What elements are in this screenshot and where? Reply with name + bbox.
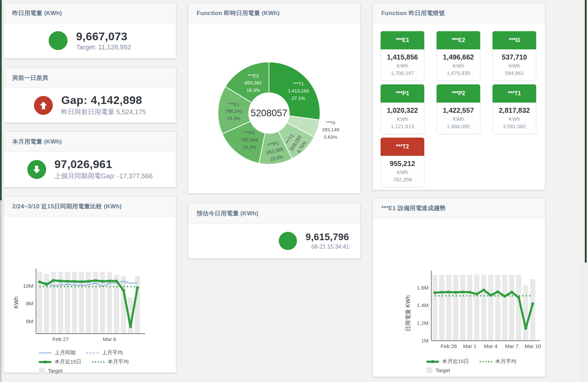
series-point [87,280,90,283]
stat-row: 9,615,796 06-21 15:34:41 [188,223,360,258]
panel-title: ***E1 設備用電達成趨勢 [381,204,446,212]
panel-header: 本月用電量 (KWh) [4,132,176,152]
target-bar [495,275,501,341]
panel-header: 2/24~3/10 近15日同期用電量比較 (KWh) [4,196,176,216]
legend-item[interactable]: 上月平均 [86,349,123,356]
trend-chart-area: 日用電量 KWh 1M1.2M1.4M1.6MFeb 26Mar 1Mar 4M… [405,268,545,373]
target-bar [502,275,508,341]
donut-slice-label: ***P2791,44415.2% [241,130,258,151]
series-point [80,280,83,283]
stat-value: 97,026,961 [55,158,153,171]
light-tile-value: 2,817,832 [494,106,534,114]
series-point [440,291,443,294]
series-point [108,280,111,283]
panel-day-gap: 與前一日差異 Gap: 4,142,898 昨日與前日用電量 5,524,175 [3,68,176,123]
light-tile-unit: KWh [494,116,534,122]
light-tile-unit: KWh [382,169,423,175]
donut-slice-label: ***T11,413,18327.1% [288,81,309,102]
light-tile-name: ***E2 [452,37,465,43]
legend-item[interactable]: Target [426,367,450,373]
light-tile-name: ***I3 [509,37,520,43]
panel-title: 本月用電量 (KWh) [12,138,62,146]
light-tile: ***E2 1,496,662 KWh 1,675,939 [437,31,480,81]
gray-box-swatch-icon [39,368,45,374]
panel-header: Function 即時日用電量 (KWh) [188,3,360,23]
status-circle-icon [279,232,297,250]
legend-item[interactable]: 上月同期 [39,349,76,356]
series-point [454,291,457,294]
panel-compare-chart: 2/24~3/10 近15日同期用電量比較 (KWh) KWh 6M8M10MF… [3,196,176,373]
legend-label: 本月平均 [108,359,129,365]
y-tick-label: 10M [23,283,33,289]
light-tile: ***I3 537,710 KWh 584,861 [493,31,536,81]
light-tile-target: 1,121,613 [382,123,423,129]
light-tile-header: ***T1 [493,84,536,103]
legend-item[interactable]: 本月近15日 [426,358,469,365]
light-tile-header: ***T2 [381,138,424,156]
series-point [524,327,527,330]
panel-header: 昨日用電量 (KWh) [4,3,176,23]
light-tile-body: 537,710 KWh 584,861 [493,49,536,81]
series-point [482,289,485,291]
panel-title: Function 即時日用電量 (KWh) [197,9,279,17]
series-point [447,291,450,293]
legend-item[interactable]: 本月平均 [92,359,129,365]
x-tick-label: Mar 1 [463,343,476,349]
light-tile-name: ***P1 [396,90,409,97]
donut-slice-label: ***E2850,36216.3% [245,72,262,94]
target-bar [488,275,494,341]
legend-label: 上月同期 [55,349,76,356]
gray-box-swatch-icon [426,367,432,373]
scrollbar-thumb[interactable] [585,0,587,263]
series-point [475,293,478,296]
light-tile: ***E1 1,415,856 KWh 1,700,157 [381,31,424,81]
light-tile-value: 1,422,557 [438,106,479,114]
dashboard-page: 昨日用電量 (KWh) 9,667,073 Target: 11,128,992… [0,0,588,382]
legend-item[interactable]: Target [39,368,63,374]
legend-item[interactable]: 本月平均 [480,358,516,365]
arrow-down-icon [27,160,46,179]
y-tick-label: 1.4M [417,302,428,308]
series-point [468,291,471,294]
blue-line-swatch-icon [39,353,51,353]
target-bar [509,275,515,341]
light-tile-value: 537,710 [494,53,534,61]
stat-value: 9,615,796 [305,232,349,243]
series-point [531,302,534,305]
donut-slice-label: ***I3293,1495.63% [322,119,339,141]
stat-timestamp: 06-21 15:34:41 [305,244,349,250]
panel-month-usage: 本月用電量 (KWh) 97,026,961 上個月同期用電Gap: -17,3… [3,131,176,187]
series-point [496,290,499,293]
light-tile-unit: KWh [494,63,534,69]
x-tick-label: Mar 7 [505,343,518,349]
light-tile-unit: KWh [438,116,479,122]
stat-row: 97,026,961 上個月同期用電Gap: -17,377,566 [4,152,176,187]
panel-header: ***E1 設備用電達成趨勢 [373,198,545,218]
light-tile-body: 2,817,832 KWh 3,591,562 [493,103,536,134]
series-point [489,294,492,297]
compare-chart-area: KWh 6M8M10MFeb 27Mar 6 上月同期上月平均本月近15日本月平… [10,266,157,374]
light-tile-body: 1,422,557 KWh 1,684,092 [437,103,480,134]
light-tile-target: 584,861 [494,70,534,76]
trend-line-chart[interactable]: 1M1.2M1.4M1.6MFeb 26Mar 1Mar 4Mar 7Mar 1… [405,268,545,350]
series-point [129,325,132,328]
light-tile: ***P2 1,422,557 KWh 1,684,092 [437,84,480,134]
stat-subtitle: 上個月同期用電Gap: -17,377,566 [55,172,153,181]
target-bar [467,275,473,341]
scrollbar-track[interactable] [580,0,588,382]
light-tile-header: ***P2 [437,84,480,103]
light-tile-target: 3,591,562 [494,123,534,129]
series-point [94,279,97,282]
stat-subtitle: Target: 11,128,992 [76,43,131,51]
legend-item[interactable]: 本月近15日 [39,359,82,365]
target-bar [446,275,452,341]
panel-title: 昨日用電量 (KWh) [12,9,62,17]
light-tile-body: 1,020,322 KWh 1,121,613 [381,103,424,134]
light-tile-name: ***E1 [396,37,409,43]
panel-header: 與前一日差異 [4,68,176,88]
stat-subtitle: 昨日與前日用電量 5,524,175 [61,107,146,117]
series-point [52,279,55,282]
x-tick-label: Feb 27 [52,336,69,342]
legend-label: 上月平均 [102,349,123,356]
compare-line-chart[interactable]: 6M8M10MFeb 27Mar 6 [10,266,149,343]
